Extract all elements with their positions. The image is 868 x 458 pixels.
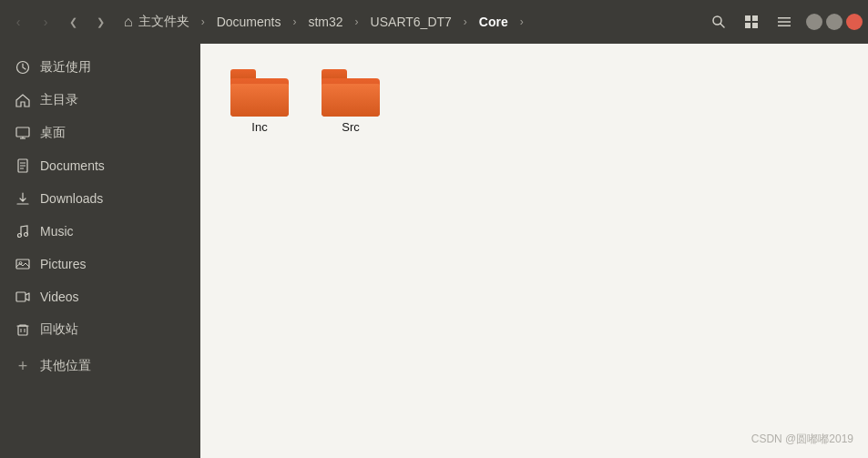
sidebar-add-label: 其他位置	[40, 358, 91, 374]
trash-icon	[15, 321, 31, 338]
maximize-button[interactable]	[826, 14, 842, 30]
folder-src[interactable]: Src	[310, 62, 392, 141]
svg-rect-20	[16, 260, 29, 269]
svg-rect-10	[16, 127, 29, 137]
svg-rect-6	[778, 17, 791, 19]
breadcrumb-separator-5: ›	[519, 15, 525, 28]
titlebar: ‹ › ❮ ❯ ⌂ 主文件夹 › Documents › stm32 › USA…	[0, 0, 868, 44]
downloads-icon	[15, 190, 31, 207]
sidebar-item-desktop[interactable]: 桌面	[0, 117, 200, 149]
file-grid: Inc Src	[219, 62, 850, 141]
breadcrumb-separator-4: ›	[463, 15, 468, 28]
sidebar-item-music-label: Music	[40, 224, 74, 239]
sidebar-item-music[interactable]: Music	[0, 215, 200, 248]
watermark: CSDN @圆嘟嘟2019	[751, 432, 853, 447]
svg-rect-7	[778, 21, 791, 23]
sidebar-item-recent[interactable]: 最近使用	[0, 51, 200, 84]
svg-rect-23	[18, 326, 27, 335]
sidebar-item-documents[interactable]: Documents	[0, 149, 200, 182]
folder-inc-icon	[230, 69, 289, 117]
home-icon: ⌂	[124, 14, 133, 30]
sidebar-item-videos[interactable]: Videos	[0, 280, 200, 313]
desktop-icon	[15, 125, 31, 141]
svg-rect-2	[745, 15, 751, 21]
history-back-button[interactable]: ❮	[60, 9, 86, 35]
sidebar-item-trash[interactable]: 回收站	[0, 313, 200, 346]
svg-rect-22	[16, 292, 26, 301]
sidebar-item-pictures-label: Pictures	[40, 257, 87, 271]
folder-src-icon	[322, 69, 380, 117]
history-forward-button[interactable]: ❯	[87, 9, 113, 35]
breadcrumb-home[interactable]: ⌂ 主文件夹	[115, 7, 199, 36]
breadcrumb-separator-1: ›	[200, 15, 206, 28]
search-button[interactable]	[704, 7, 733, 36]
main-layout: 最近使用 主目录 桌面	[0, 44, 868, 458]
breadcrumb-core[interactable]: Core	[470, 7, 517, 36]
titlebar-actions	[704, 7, 799, 36]
svg-rect-4	[745, 23, 751, 28]
sidebar: 最近使用 主目录 桌面	[0, 44, 200, 458]
grid-view-icon	[744, 15, 759, 29]
minimize-button[interactable]	[806, 14, 822, 30]
hamburger-icon	[777, 15, 791, 29]
add-icon: +	[15, 358, 31, 374]
sidebar-item-home-label: 主目录	[40, 92, 78, 108]
home-sidebar-icon	[15, 92, 31, 108]
folder-inc[interactable]: Inc	[219, 62, 301, 141]
svg-line-1	[720, 24, 724, 27]
documents-icon	[15, 158, 31, 174]
pictures-icon	[15, 256, 31, 272]
sidebar-item-home[interactable]: 主目录	[0, 84, 200, 117]
breadcrumb: ⌂ 主文件夹 › Documents › stm32 › USART6_DT7 …	[115, 7, 702, 36]
view-toggle-button[interactable]	[737, 7, 766, 36]
sidebar-item-pictures[interactable]: Pictures	[0, 248, 200, 280]
sidebar-item-downloads-label: Downloads	[40, 191, 103, 206]
close-button[interactable]	[846, 14, 863, 30]
forward-button[interactable]: ›	[33, 9, 58, 35]
folder-inc-label: Inc	[251, 120, 267, 134]
file-content: Inc Src CSDN @圆嘟嘟2019	[200, 44, 868, 458]
videos-icon	[15, 289, 31, 305]
menu-button[interactable]	[770, 7, 799, 36]
sidebar-add-location[interactable]: + 其他位置	[0, 350, 200, 382]
recent-icon	[15, 59, 31, 76]
search-icon	[711, 15, 726, 29]
sidebar-item-trash-label: 回收站	[40, 321, 78, 338]
breadcrumb-stm32[interactable]: stm32	[299, 7, 352, 36]
folder-src-label: Src	[342, 120, 360, 134]
breadcrumb-separator-3: ›	[354, 15, 360, 28]
breadcrumb-documents[interactable]: Documents	[208, 7, 291, 36]
window-controls	[806, 14, 863, 30]
sidebar-item-documents-label: Documents	[40, 158, 105, 173]
svg-rect-5	[752, 23, 758, 28]
sidebar-item-recent-label: 最近使用	[40, 59, 91, 76]
breadcrumb-home-label: 主文件夹	[138, 14, 189, 30]
svg-rect-8	[778, 25, 791, 27]
breadcrumb-separator-2: ›	[291, 15, 297, 28]
sidebar-item-desktop-label: 桌面	[40, 125, 66, 141]
breadcrumb-usart[interactable]: USART6_DT7	[362, 7, 461, 36]
back-button[interactable]: ‹	[5, 9, 31, 35]
svg-rect-3	[752, 15, 758, 21]
sidebar-item-videos-label: Videos	[40, 290, 79, 304]
music-icon	[15, 223, 31, 239]
sidebar-item-downloads[interactable]: Downloads	[0, 182, 200, 215]
